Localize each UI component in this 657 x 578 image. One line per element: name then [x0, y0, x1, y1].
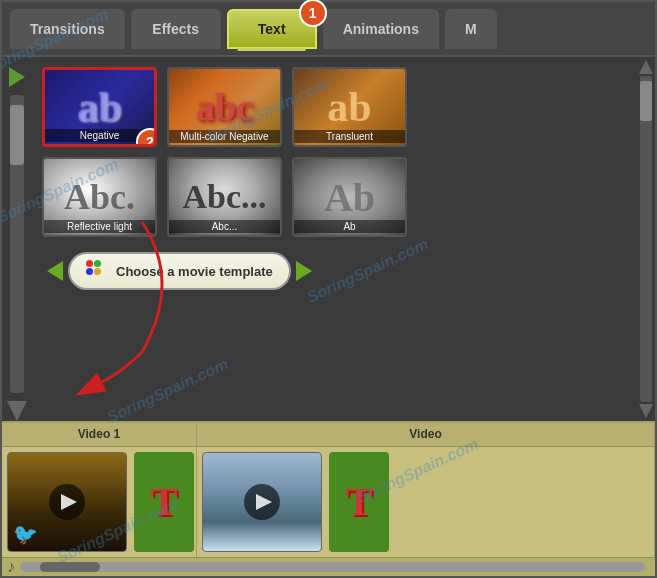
play-triangle-2 — [256, 494, 272, 510]
right-scroll-thumb — [640, 81, 652, 121]
right-scroll-track[interactable] — [640, 76, 652, 402]
effect-label-transluent: Transluent — [294, 130, 405, 143]
timeline-track-2: T — [197, 447, 655, 557]
scroll-track[interactable] — [10, 95, 24, 393]
effect-reflective-light[interactable]: Abc. Reflective light — [42, 157, 157, 237]
right-scroll-up[interactable] — [639, 60, 653, 74]
tab-more[interactable]: M — [445, 9, 497, 49]
effect-label-abc2: Abc... — [169, 220, 280, 233]
tab-effects[interactable]: Effects — [131, 9, 221, 49]
main-container: SoringSpain.com SoringSpain.com SoringSp… — [0, 0, 657, 578]
effects-row-2: Abc. Reflective light Abc... Abc... Ab — [42, 157, 627, 237]
timeline-footer: ♪ — [2, 557, 655, 576]
play-arrow[interactable] — [9, 67, 25, 87]
bird-icon: 🐦 — [13, 522, 38, 546]
timeline-track-1: 🐦 T — [2, 447, 197, 557]
choose-template-label: Choose a movie template — [116, 264, 273, 279]
play-button-1[interactable] — [49, 484, 85, 520]
arrow-right-green — [296, 261, 312, 281]
timeline-header: Video 1 Video — [2, 423, 655, 447]
music-icon[interactable]: ♪ — [7, 558, 15, 576]
timeline-col1-header: Video 1 — [2, 423, 197, 446]
effect-label-multicolor: Multi-color Negative — [169, 130, 280, 143]
effect-ab3[interactable]: Ab Ab — [292, 157, 407, 237]
video-clip-1[interactable]: 🐦 — [7, 452, 127, 552]
dots-icon — [86, 260, 108, 282]
effect-label-ab3: Ab — [294, 220, 405, 233]
tab-transitions[interactable]: Transitions — [10, 9, 125, 49]
scroll-down[interactable] — [7, 401, 27, 421]
text-clip-2[interactable]: T — [329, 452, 389, 552]
timeline-scrollbar[interactable] — [20, 562, 645, 572]
effect-negative[interactable]: ab Negative 2 — [42, 67, 157, 147]
arrow-left-green — [47, 261, 63, 281]
timeline-col2-header: Video — [197, 423, 655, 446]
effect-abc2[interactable]: Abc... Abc... — [167, 157, 282, 237]
tab-bar: Transitions Effects Text 1 Animations M — [2, 2, 655, 57]
grid-area: ab Negative 2 abc Multi-color Negative — [32, 57, 637, 421]
choose-template-row: Choose a movie template — [42, 252, 627, 290]
timeline-scroll-thumb — [40, 562, 100, 572]
effect-multicolor-negative[interactable]: abc Multi-color Negative — [167, 67, 282, 147]
text-clip-1[interactable]: T — [134, 452, 194, 552]
choose-template-button[interactable]: Choose a movie template — [68, 252, 291, 290]
timeline-area: Video 1 Video 🐦 — [2, 421, 655, 576]
right-panel — [637, 57, 655, 421]
tab-animations[interactable]: Animations — [323, 9, 439, 49]
t-icon-2: T — [346, 478, 373, 525]
left-panel — [2, 57, 32, 421]
scroll-thumb — [10, 105, 24, 165]
effect-transluent[interactable]: ab Transluent — [292, 67, 407, 147]
play-button-2[interactable] — [244, 484, 280, 520]
content-area: ab Negative 2 abc Multi-color Negative — [2, 57, 655, 421]
video-clip-2[interactable] — [202, 452, 322, 552]
timeline-content: 🐦 T T — [2, 447, 655, 557]
effect-label-reflective: Reflective light — [44, 220, 155, 233]
right-scroll-down[interactable] — [639, 404, 653, 418]
play-triangle-1 — [61, 494, 77, 510]
tab-text[interactable]: Text 1 — [227, 9, 317, 49]
t-icon-1: T — [151, 478, 178, 525]
badge-tab: 1 — [299, 0, 327, 27]
effects-row-1: ab Negative 2 abc Multi-color Negative — [42, 67, 627, 147]
